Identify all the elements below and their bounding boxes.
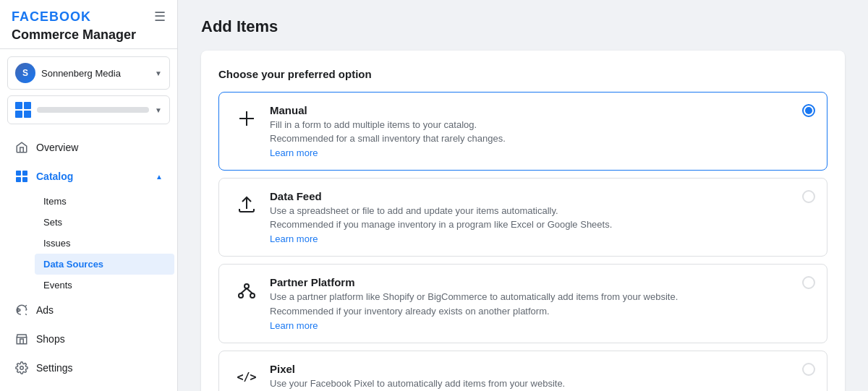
sidebar-item-ads[interactable]: Ads	[3, 296, 174, 325]
option-pixel-desc: Use your Facebook Pixel to automatically…	[270, 377, 815, 390]
pixel-icon: </>	[234, 364, 260, 390]
svg-point-6	[239, 293, 243, 298]
card-subtitle: Choose your preferred option	[218, 68, 827, 80]
page-brand-title: Commerce Manager	[12, 27, 166, 43]
megaphone-icon	[14, 303, 29, 317]
sidebar-item-shops-label: Shops	[36, 333, 65, 345]
svg-point-1	[20, 366, 24, 370]
account-name: Sonnenberg Media	[41, 68, 149, 79]
options-card: Choose your preferred option Manual Fill…	[201, 51, 845, 391]
sidebar-item-data-sources[interactable]: Data Sources	[35, 254, 174, 275]
option-data-feed-title: Data Feed	[270, 190, 815, 202]
radio-partner-platform	[802, 276, 815, 289]
sidebar-item-issues-label: Issues	[43, 238, 71, 249]
sidebar-item-events[interactable]: Events	[35, 275, 174, 296]
gear-icon	[14, 361, 29, 375]
account-selector[interactable]: S Sonnenberg Media ▼	[7, 56, 170, 90]
radio-manual	[802, 104, 815, 117]
page-title: Add Items	[201, 17, 845, 36]
option-pixel-title: Pixel	[270, 363, 815, 375]
option-partner-platform-rec: Recommended if your inventory already ex…	[270, 306, 815, 317]
sidebar-item-overview[interactable]: Overview	[3, 133, 174, 162]
shop-icon	[14, 332, 29, 346]
option-manual-title: Manual	[270, 104, 815, 116]
radio-data-feed-btn	[802, 190, 815, 203]
chevron-up-icon: ▲	[156, 173, 163, 181]
option-partner-platform-title: Partner Platform	[270, 276, 815, 288]
sidebar-item-settings[interactable]: Settings	[3, 353, 174, 382]
option-manual[interactable]: Manual Fill in a form to add multiple it…	[218, 92, 827, 171]
option-manual-rec: Recommended for a small inventory that r…	[270, 133, 815, 144]
sidebar-item-shops[interactable]: Shops	[3, 325, 174, 353]
avatar: S	[15, 63, 35, 83]
option-partner-platform-learn-more[interactable]: Learn more	[270, 320, 318, 331]
sidebar-item-items-label: Items	[43, 196, 67, 207]
catalog-nav-left: Catalog	[14, 169, 73, 184]
sidebar-item-events-label: Events	[43, 280, 72, 291]
partner-icon	[234, 278, 260, 304]
option-data-feed-text: Data Feed Use a spreadsheet or file to a…	[270, 190, 815, 244]
catalog-bar	[37, 107, 149, 113]
option-data-feed[interactable]: Data Feed Use a spreadsheet or file to a…	[218, 178, 827, 257]
option-data-feed-desc: Use a spreadsheet or file to add and upd…	[270, 205, 815, 218]
option-data-feed-rec: Recommended if you manage inventory in a…	[270, 219, 815, 230]
sidebar-item-items[interactable]: Items	[35, 191, 174, 212]
sidebar-item-sets-label: Sets	[43, 217, 62, 228]
sidebar-item-data-sources-label: Data Sources	[43, 259, 103, 270]
grid-icon	[15, 102, 31, 118]
option-partner-platform[interactable]: Partner Platform Use a partner platform …	[218, 264, 827, 343]
main-content: Add Items Choose your preferred option M…	[178, 0, 868, 391]
radio-partner-platform-btn	[802, 276, 815, 289]
sidebar: FACEBOOK ☰ Commerce Manager S Sonnenberg…	[0, 0, 178, 391]
facebook-logo: FACEBOOK	[12, 9, 91, 25]
sidebar-item-catalog[interactable]: Catalog ▲	[3, 162, 174, 191]
svg-marker-0	[18, 309, 20, 312]
radio-manual-inner	[805, 107, 812, 114]
sidebar-item-settings-label: Settings	[36, 362, 73, 374]
radio-data-feed	[802, 190, 815, 203]
sidebar-item-issues[interactable]: Issues	[35, 233, 174, 254]
svg-point-5	[244, 284, 249, 288]
svg-line-9	[247, 288, 252, 293]
chevron-down-icon: ▼	[155, 69, 162, 77]
catalog-icon	[14, 169, 29, 184]
option-pixel[interactable]: </> Pixel Use your Facebook Pixel to aut…	[218, 351, 827, 391]
sidebar-header: FACEBOOK ☰ Commerce Manager	[0, 0, 177, 49]
home-icon	[14, 140, 29, 155]
option-data-feed-learn-more[interactable]: Learn more	[270, 233, 318, 244]
option-partner-platform-text: Partner Platform Use a partner platform …	[270, 276, 815, 330]
catalog-selector[interactable]: ▼	[7, 95, 170, 124]
sub-nav: Items Sets Issues Data Sources Events	[0, 191, 177, 296]
svg-point-7	[250, 293, 255, 298]
sidebar-item-sets[interactable]: Sets	[35, 212, 174, 233]
option-manual-text: Manual Fill in a form to add multiple it…	[270, 104, 815, 158]
radio-pixel-btn	[802, 363, 815, 376]
sidebar-item-overview-label: Overview	[36, 142, 78, 153]
option-partner-platform-desc: Use a partner platform like Shopify or B…	[270, 291, 815, 304]
chevron-down-icon: ▼	[155, 106, 162, 114]
option-pixel-text: Pixel Use your Facebook Pixel to automat…	[270, 363, 815, 391]
svg-line-8	[241, 288, 247, 293]
radio-manual-btn	[802, 104, 815, 117]
radio-pixel	[802, 363, 815, 376]
plus-icon	[234, 106, 260, 132]
hamburger-icon[interactable]: ☰	[154, 9, 166, 25]
option-manual-desc: Fill in a form to add multiple items to …	[270, 119, 815, 132]
option-manual-learn-more[interactable]: Learn more	[270, 147, 318, 158]
sidebar-item-ads-label: Ads	[36, 304, 54, 316]
nav-section: Overview Catalog ▲ Items	[0, 130, 177, 385]
sidebar-item-catalog-label: Catalog	[36, 171, 73, 182]
upload-icon	[234, 192, 260, 218]
